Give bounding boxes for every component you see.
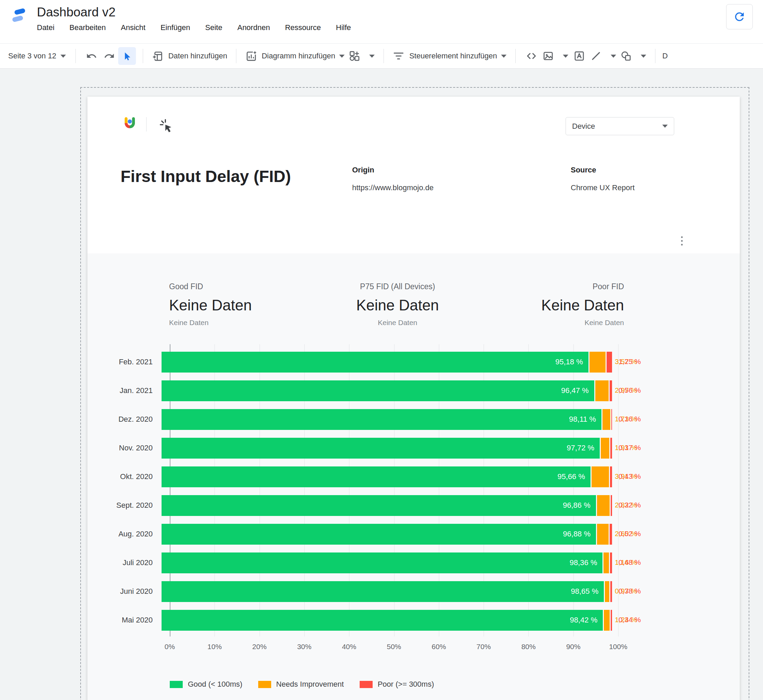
bar-segment-needs-improvement[interactable] <box>589 352 605 372</box>
page-title[interactable]: First Input Delay (FID) <box>120 164 319 189</box>
refresh-button[interactable] <box>726 4 753 30</box>
insert-text-button[interactable] <box>571 47 588 65</box>
category-label: Jan. 2021 <box>88 386 161 395</box>
bar-segment-good[interactable]: 95,18 % <box>161 352 588 372</box>
insert-image-button[interactable] <box>543 50 568 62</box>
bar-segment-needs-improvement[interactable] <box>591 466 609 487</box>
add-chart-button[interactable]: Diagramm hinzufügen <box>245 50 345 62</box>
menu-item-anordnen[interactable]: Anordnen <box>238 21 270 36</box>
bar-segment-needs-improvement[interactable] <box>605 581 609 602</box>
bar-segment-good[interactable]: 98,42 % <box>161 610 603 631</box>
chart-row: Aug. 202096,88 %2,60 %0,52 % <box>88 520 740 548</box>
bar-segment-needs-improvement[interactable] <box>602 409 610 430</box>
bar-segment-needs-improvement[interactable] <box>597 495 610 516</box>
legend-item[interactable]: Poor (>= 300ms) <box>360 680 434 689</box>
bar-track: 96,86 %2,82 %0,32 % <box>161 495 610 516</box>
bar-segment-poor[interactable] <box>610 438 612 459</box>
menu-item-einfügen[interactable]: Einfügen <box>161 21 190 36</box>
bar-segment-poor[interactable] <box>610 466 612 487</box>
toolbar-divider <box>143 49 143 63</box>
bar-segment-good[interactable]: 98,36 % <box>161 553 602 573</box>
bar-track: 95,18 %3,57 %1,25 % <box>161 352 610 372</box>
x-axis-tick: 0% <box>165 643 175 651</box>
bar-segment-good[interactable]: 95,66 % <box>161 466 591 487</box>
bar-segment-poor[interactable] <box>611 610 612 631</box>
legend-item[interactable]: Needs Improvement <box>258 680 344 689</box>
bar-segment-poor[interactable] <box>610 524 612 545</box>
bar-value-label: 96,86 % <box>563 501 591 510</box>
toolbar-divider <box>655 49 655 63</box>
report-page[interactable]: Device First Input Delay (FID) Origin ht… <box>88 97 740 700</box>
community-visualizations-button[interactable] <box>349 50 375 62</box>
select-tool-button[interactable] <box>118 47 136 65</box>
bar-segment-poor[interactable] <box>610 553 612 573</box>
redo-button[interactable] <box>100 47 118 65</box>
bar-segment-good[interactable]: 97,72 % <box>161 438 600 459</box>
image-icon <box>543 50 554 62</box>
outside-value-labels: 1,73 %0,16 % <box>615 415 673 424</box>
bar-segment-needs-improvement[interactable] <box>597 524 609 545</box>
widget-menu-button[interactable] <box>675 233 688 248</box>
toolbar-divider <box>515 49 516 63</box>
bar-segment-good[interactable]: 96,88 % <box>161 524 596 545</box>
bar-segment-poor[interactable] <box>607 352 612 372</box>
insert-line-button[interactable] <box>590 50 616 62</box>
menu-item-ressource[interactable]: Ressource <box>285 21 321 36</box>
outside-value-labels: 1,16 %0,48 % <box>615 558 673 567</box>
bar-track: 95,66 %3,91 %0,43 % <box>161 466 610 487</box>
toolbar-divider <box>236 49 236 63</box>
redo-icon <box>104 50 115 61</box>
menu-item-ansicht[interactable]: Ansicht <box>121 21 145 36</box>
report-title-field[interactable]: Dashboard v2 <box>37 5 366 20</box>
add-control-button[interactable]: Steuerelement hinzufügen <box>393 50 507 62</box>
device-filter-dropdown[interactable]: Device <box>566 117 674 135</box>
menu-item-hilfe[interactable]: Hilfe <box>336 21 351 36</box>
legend-item[interactable]: Good (< 100ms) <box>170 680 242 689</box>
bar-segment-poor[interactable] <box>611 409 612 430</box>
bar-segment-poor[interactable] <box>611 495 612 516</box>
legend-label: Needs Improvement <box>276 680 344 689</box>
outside-value-labels: 1,91 %0,37 % <box>615 444 673 452</box>
bar-segment-needs-improvement[interactable] <box>604 610 609 631</box>
bar-segment-poor[interactable] <box>610 581 612 602</box>
legend-label: Poor (>= 300ms) <box>378 680 434 689</box>
page-navigator[interactable]: Seite 3 von 12 <box>5 52 69 61</box>
category-label: Okt. 2020 <box>88 472 161 481</box>
fid-bar-chart[interactable]: Feb. 202195,18 %3,57 %1,25 %Jan. 202196,… <box>88 348 740 634</box>
bar-value-label: 95,66 % <box>557 472 585 481</box>
poor-value-label: 1,25 % <box>619 358 641 366</box>
bar-segment-good[interactable]: 96,47 % <box>161 380 594 401</box>
category-label: Aug. 2020 <box>88 530 161 539</box>
bar-segment-needs-improvement[interactable] <box>604 553 609 573</box>
report-canvas[interactable]: Device First Input Delay (FID) Origin ht… <box>0 69 763 700</box>
outside-value-labels: 2,82 %0,32 % <box>615 501 673 510</box>
menu-item-datei[interactable]: Datei <box>37 21 54 36</box>
report-header-section: Device First Input Delay (FID) Origin ht… <box>88 97 740 253</box>
add-data-icon <box>152 50 164 62</box>
toolbar-overflow-label[interactable]: D <box>662 52 668 61</box>
menu-item-bearbeiten[interactable]: Bearbeiten <box>69 21 106 36</box>
scorecard-p75-fid[interactable]: P75 FID (All Devices) Keine Daten Keine … <box>356 282 439 327</box>
data-studio-logo-icon[interactable] <box>9 6 28 25</box>
scorecard-poor-fid[interactable]: Poor FID Keine Daten Keine Daten <box>541 282 624 327</box>
undo-button[interactable] <box>83 47 100 65</box>
chevron-down-icon <box>339 55 345 58</box>
bar-segment-needs-improvement[interactable] <box>601 438 609 459</box>
code-icon <box>525 50 537 62</box>
bar-segment-good[interactable]: 98,65 % <box>161 581 604 602</box>
insert-shape-button[interactable] <box>620 50 646 62</box>
embed-code-button[interactable] <box>522 47 540 65</box>
bar-segment-poor[interactable] <box>610 380 612 401</box>
menu-item-seite[interactable]: Seite <box>205 21 222 36</box>
legend-swatch <box>170 681 183 688</box>
add-data-button[interactable]: Daten hinzufügen <box>152 50 227 62</box>
scorecard-good-fid[interactable]: Good FID Keine Daten Keine Daten <box>169 282 252 327</box>
poor-value-label: 0,32 % <box>619 501 641 509</box>
chrome-ux-logo-icon <box>122 116 138 132</box>
bar-value-label: 98,42 % <box>570 616 598 625</box>
bar-segment-good[interactable]: 96,86 % <box>161 495 596 516</box>
source-label: Source <box>571 166 635 175</box>
x-axis-tick: 80% <box>521 643 536 651</box>
bar-segment-needs-improvement[interactable] <box>595 380 609 401</box>
bar-segment-good[interactable]: 98,11 % <box>161 409 602 430</box>
